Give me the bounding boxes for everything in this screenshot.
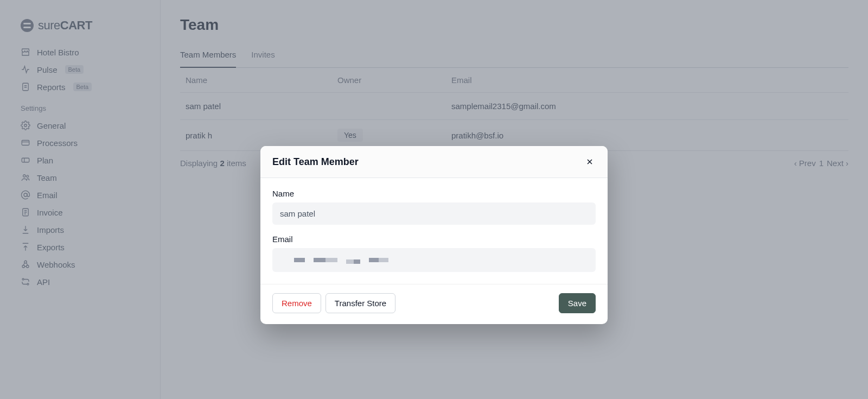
blur-segment (326, 258, 337, 262)
blur-segment (314, 258, 326, 262)
transfer-store-button[interactable]: Transfer Store (326, 293, 395, 313)
remove-button[interactable]: Remove (272, 293, 321, 313)
name-field[interactable] (272, 202, 596, 225)
close-icon[interactable] (584, 156, 596, 168)
modal-footer: Remove Transfer Store Save (260, 284, 608, 324)
blur-segment (369, 258, 379, 262)
modal-title: Edit Team Member (272, 156, 359, 168)
modal-header: Edit Team Member (260, 146, 608, 178)
email-label: Email (272, 235, 596, 244)
blur-segment-group (369, 258, 388, 262)
modal-overlay[interactable]: Edit Team Member Name Email (0, 0, 868, 399)
blur-segment-group (346, 256, 360, 264)
blur-segment-group (314, 258, 337, 262)
modal-body: Name Email (260, 178, 608, 284)
blur-segment (379, 258, 388, 262)
email-field-blurred[interactable] (272, 248, 596, 272)
blur-segment (294, 258, 305, 262)
edit-team-member-modal: Edit Team Member Name Email (260, 146, 608, 324)
footer-left: Remove Transfer Store (272, 293, 395, 313)
name-label: Name (272, 189, 596, 198)
blur-segment (354, 259, 360, 264)
blur-segment (346, 259, 354, 264)
save-button[interactable]: Save (559, 293, 596, 313)
